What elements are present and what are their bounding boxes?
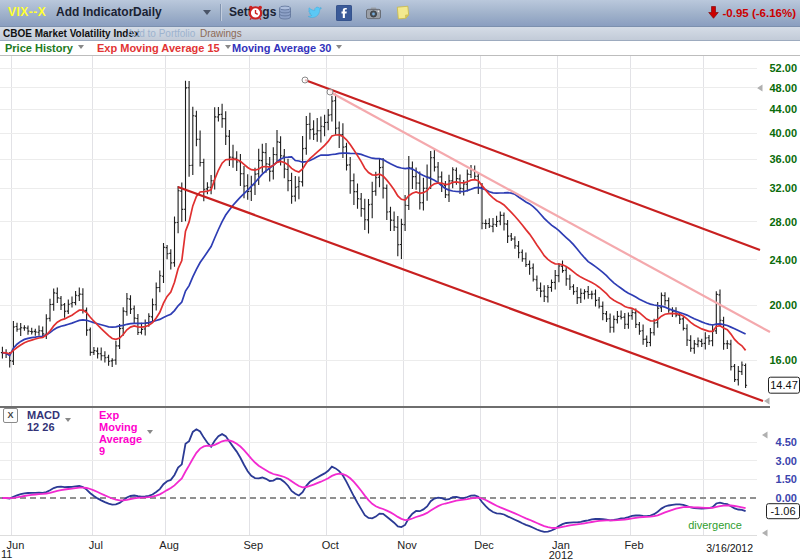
price-tick-label: 16.00 xyxy=(769,354,797,366)
macd-signal-dropdown[interactable]: Exp Moving Average 9 xyxy=(99,409,153,457)
drawing-handle[interactable] xyxy=(327,89,333,95)
trendline-drawings[interactable] xyxy=(178,77,770,401)
scale-handle-icon[interactable] xyxy=(762,432,768,439)
gridlines xyxy=(0,55,800,536)
chevron-down-icon[interactable] xyxy=(65,418,71,425)
svg-text:-1.06: -1.06 xyxy=(770,505,795,517)
camera-icon[interactable] xyxy=(365,5,382,21)
sub-header: CBOE Market Volatility Index Add to Port… xyxy=(0,27,800,41)
ema15-label: Exp Moving Average 15 xyxy=(97,42,220,54)
chevron-down-icon[interactable] xyxy=(78,45,84,52)
chevron-down-icon[interactable] xyxy=(336,45,342,52)
add-indicator-menu[interactable]: Add Indicator xyxy=(56,5,133,19)
down-arrow-icon xyxy=(708,6,719,19)
month-label: Nov xyxy=(397,539,417,551)
macd-label: MACD 12 26 xyxy=(27,409,60,433)
price-pane-header: Price History Exp Moving Average 15 Movi… xyxy=(0,41,800,55)
price-change: -0.95 (-6.16%) xyxy=(708,6,796,19)
twitter-icon[interactable] xyxy=(306,4,323,21)
month-label: Feb xyxy=(625,539,644,551)
instrument-name: CBOE Market Volatility Index xyxy=(3,28,140,39)
macd-signal-label: Exp Moving Average 9 xyxy=(99,409,142,457)
price-tick-label: 52.00 xyxy=(769,62,797,74)
add-to-portfolio-link[interactable]: Add to Portfolio xyxy=(127,28,195,39)
ema15-dropdown[interactable]: Exp Moving Average 15 xyxy=(97,42,231,54)
price-tick-label: 20.00 xyxy=(769,299,797,311)
time-axis: JunJulAugSepOctNovDecJan2012Feb113/16/20… xyxy=(1,539,753,560)
upper-channel-line[interactable] xyxy=(305,80,760,250)
macd-tick-label: 4.50 xyxy=(776,436,797,448)
chevron-down-icon[interactable] xyxy=(225,45,231,52)
price-tick-label: 32.00 xyxy=(769,182,797,194)
toolbar-icons xyxy=(247,4,411,21)
price-tick-label: 48.00 xyxy=(769,82,797,94)
macd-tick-label: 3.00 xyxy=(776,455,797,467)
year-left-label: 11 xyxy=(1,548,12,560)
scale-handle-icon[interactable] xyxy=(762,530,768,537)
drawing-handle[interactable] xyxy=(302,77,308,83)
year-label: 2012 xyxy=(549,549,573,560)
price-tick-label: 40.00 xyxy=(769,127,797,139)
price-tick-label: 24.00 xyxy=(769,254,797,266)
scale-handle-icon[interactable] xyxy=(764,398,770,405)
month-label: Aug xyxy=(159,539,179,551)
timeframe-menu[interactable]: Daily xyxy=(133,5,162,19)
close-pane-button[interactable]: X xyxy=(3,408,18,423)
price-tick-label: 28.00 xyxy=(769,216,797,228)
price-history-dropdown[interactable]: Price History xyxy=(5,42,84,54)
month-label: Sep xyxy=(244,539,264,551)
macd-tick-label: 1.50 xyxy=(776,473,797,485)
chevron-down-icon[interactable] xyxy=(147,430,153,437)
ma30-dropdown[interactable]: Moving Average 30 xyxy=(232,42,342,54)
note-icon[interactable] xyxy=(395,4,411,21)
ma30-line xyxy=(2,153,745,356)
facebook-icon[interactable] xyxy=(336,5,352,21)
last-date-label: 3/16/2012 xyxy=(706,542,753,554)
top-toolbar: VIX--X Add Indicator Daily Settings xyxy=(0,0,800,27)
alerts-icon[interactable] xyxy=(247,4,264,21)
price-scale: 52.0048.0044.0040.0036.0032.0028.0024.00… xyxy=(769,62,797,504)
last-price-box: 14.47 xyxy=(769,377,800,393)
drawings-link[interactable]: Drawings xyxy=(200,28,242,39)
svg-text:14.47: 14.47 xyxy=(770,379,798,391)
month-label: Jul xyxy=(89,539,103,551)
chart-window: VIX--X Add Indicator Daily Settings xyxy=(0,0,800,560)
macd-tick-label: 0.00 xyxy=(776,492,797,504)
price-history-label: Price History xyxy=(5,42,73,54)
price-bars xyxy=(1,81,747,388)
month-label: Oct xyxy=(322,539,339,551)
chevron-down-icon[interactable] xyxy=(203,10,211,19)
toolbar-divider xyxy=(220,4,221,21)
price-tick-label: 36.00 xyxy=(769,153,797,165)
price-change-value: -0.95 (-6.16%) xyxy=(722,7,796,19)
macd-dropdown[interactable]: MACD 12 26 xyxy=(27,409,71,433)
last-macd-box: -1.06 xyxy=(767,504,800,519)
month-label: Dec xyxy=(474,539,494,551)
chart-canvas: 52.0048.0044.0040.0036.0032.0028.0024.00… xyxy=(0,0,800,560)
database-icon[interactable] xyxy=(277,4,293,21)
divergence-annotation: divergence xyxy=(688,519,742,531)
scale-handle-icon[interactable] xyxy=(757,85,763,92)
ema15-line xyxy=(2,135,745,354)
ma30-label: Moving Average 30 xyxy=(232,42,331,54)
price-tick-label: 44.00 xyxy=(769,103,797,115)
symbol-label: VIX--X xyxy=(8,5,46,19)
